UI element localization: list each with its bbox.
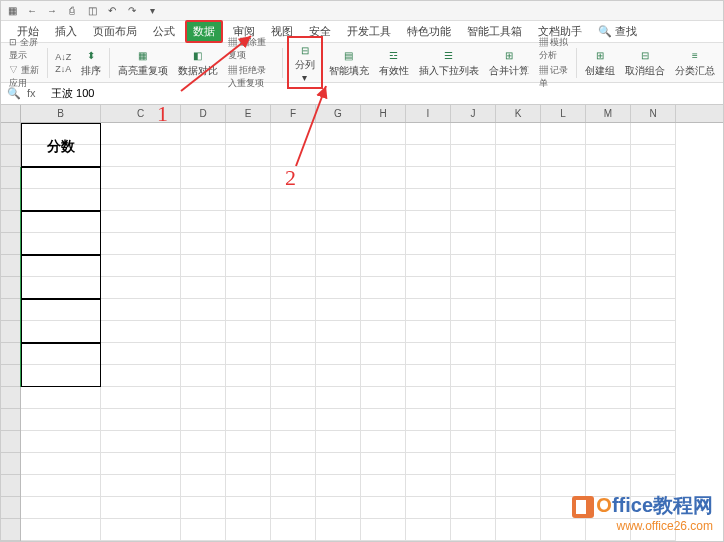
- cell[interactable]: [451, 123, 496, 145]
- col-header-N[interactable]: N: [631, 105, 676, 122]
- cell[interactable]: [226, 387, 271, 409]
- whatif[interactable]: ▦ 模拟分析: [539, 36, 569, 62]
- row-header[interactable]: [1, 343, 20, 365]
- cell[interactable]: [541, 299, 586, 321]
- cell[interactable]: [406, 321, 451, 343]
- cell[interactable]: [181, 431, 226, 453]
- cell[interactable]: [586, 365, 631, 387]
- cell[interactable]: [181, 233, 226, 255]
- cell[interactable]: [101, 145, 181, 167]
- row-header[interactable]: [1, 497, 20, 519]
- cell[interactable]: [316, 475, 361, 497]
- smart-fill-button[interactable]: ▤智能填充: [325, 46, 373, 80]
- tab-find[interactable]: 🔍 查找: [592, 22, 643, 41]
- cell[interactable]: [226, 145, 271, 167]
- cell[interactable]: [586, 167, 631, 189]
- cell[interactable]: [21, 321, 101, 343]
- cell[interactable]: [496, 321, 541, 343]
- cell[interactable]: [541, 211, 586, 233]
- cell[interactable]: [316, 321, 361, 343]
- row-header[interactable]: [1, 453, 20, 475]
- cell[interactable]: [451, 145, 496, 167]
- cell[interactable]: [21, 387, 101, 409]
- cell[interactable]: [271, 321, 316, 343]
- cell[interactable]: [406, 475, 451, 497]
- cell[interactable]: [631, 233, 676, 255]
- cell[interactable]: [496, 343, 541, 365]
- cell[interactable]: [226, 255, 271, 277]
- cell[interactable]: [361, 145, 406, 167]
- cell[interactable]: [451, 453, 496, 475]
- cell[interactable]: [451, 497, 496, 519]
- cell[interactable]: [226, 365, 271, 387]
- cell[interactable]: [101, 167, 181, 189]
- cell[interactable]: [361, 431, 406, 453]
- cell[interactable]: [631, 409, 676, 431]
- cell[interactable]: [316, 277, 361, 299]
- cell[interactable]: [226, 167, 271, 189]
- cell[interactable]: [631, 145, 676, 167]
- cell[interactable]: [226, 299, 271, 321]
- cell[interactable]: [406, 497, 451, 519]
- cell[interactable]: [406, 519, 451, 541]
- cell[interactable]: [406, 453, 451, 475]
- cell[interactable]: [271, 475, 316, 497]
- cell[interactable]: [226, 343, 271, 365]
- cell[interactable]: [631, 255, 676, 277]
- cell[interactable]: [496, 299, 541, 321]
- back-icon[interactable]: ←: [25, 4, 39, 18]
- cell[interactable]: [541, 255, 586, 277]
- cell[interactable]: [361, 453, 406, 475]
- cell[interactable]: [406, 387, 451, 409]
- cell[interactable]: [181, 123, 226, 145]
- create-group-button[interactable]: ⊞创建组: [581, 46, 619, 80]
- cell[interactable]: [631, 431, 676, 453]
- cell[interactable]: [271, 299, 316, 321]
- cell[interactable]: [181, 387, 226, 409]
- cell[interactable]: [271, 409, 316, 431]
- cell[interactable]: [181, 453, 226, 475]
- cell[interactable]: [181, 365, 226, 387]
- cell[interactable]: [631, 387, 676, 409]
- cell[interactable]: [451, 321, 496, 343]
- cells-area[interactable]: 分数: [21, 123, 723, 541]
- cell[interactable]: [496, 387, 541, 409]
- cell[interactable]: [101, 189, 181, 211]
- highlight-dup-button[interactable]: ▦高亮重复项: [114, 46, 172, 80]
- cell[interactable]: [101, 453, 181, 475]
- cell[interactable]: [271, 255, 316, 277]
- cell[interactable]: [361, 343, 406, 365]
- cell[interactable]: [316, 519, 361, 541]
- cell[interactable]: [586, 145, 631, 167]
- cell[interactable]: [271, 211, 316, 233]
- cell[interactable]: [631, 189, 676, 211]
- cell[interactable]: [316, 343, 361, 365]
- cell[interactable]: [406, 211, 451, 233]
- cell[interactable]: [181, 255, 226, 277]
- cell[interactable]: [226, 233, 271, 255]
- cell[interactable]: [586, 387, 631, 409]
- cell[interactable]: [451, 233, 496, 255]
- cell[interactable]: [451, 299, 496, 321]
- cell[interactable]: [271, 431, 316, 453]
- cell[interactable]: [181, 519, 226, 541]
- col-header-D[interactable]: D: [181, 105, 226, 122]
- cell[interactable]: [451, 167, 496, 189]
- cell[interactable]: [226, 453, 271, 475]
- cell[interactable]: [451, 211, 496, 233]
- cell[interactable]: [21, 255, 101, 277]
- cell[interactable]: [271, 387, 316, 409]
- cell[interactable]: [406, 145, 451, 167]
- cell[interactable]: [101, 409, 181, 431]
- tab-features[interactable]: 特色功能: [401, 22, 457, 41]
- cell[interactable]: [271, 277, 316, 299]
- cell[interactable]: [316, 123, 361, 145]
- cell[interactable]: [496, 189, 541, 211]
- cell[interactable]: [631, 123, 676, 145]
- cell[interactable]: [496, 409, 541, 431]
- cell[interactable]: [586, 409, 631, 431]
- cell[interactable]: [316, 497, 361, 519]
- cell[interactable]: [541, 321, 586, 343]
- cell[interactable]: [101, 299, 181, 321]
- col-header-M[interactable]: M: [586, 105, 631, 122]
